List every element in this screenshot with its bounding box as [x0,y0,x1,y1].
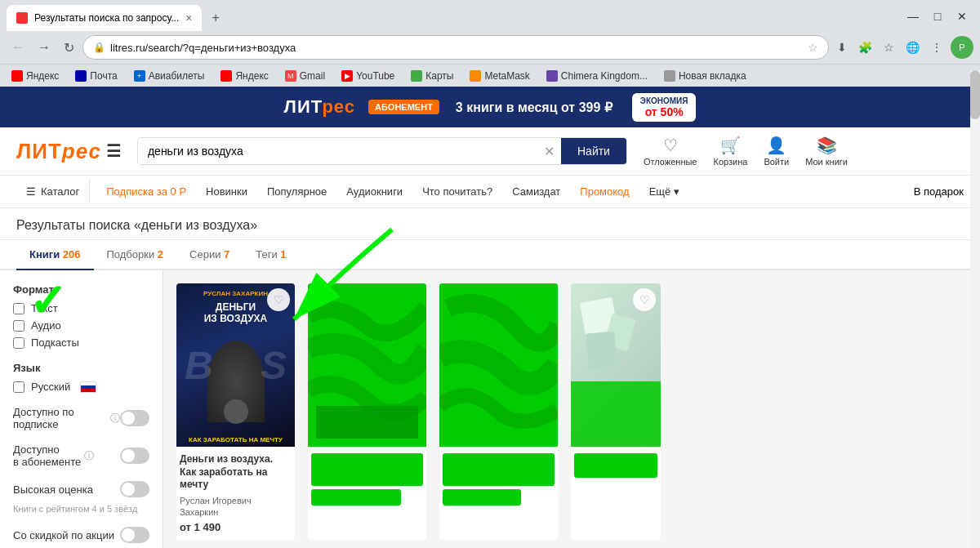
nav-audio[interactable]: Аудиокниги [336,179,412,204]
scrollbar-thumb[interactable] [970,70,980,119]
tab-favicon [16,12,28,24]
bookmark-metamask[interactable]: MetaMask [465,69,534,83]
forward-button[interactable]: → [33,37,56,58]
bookmark-maps[interactable]: Карты [406,69,458,83]
nav-popular[interactable]: Популярное [257,179,336,204]
search-title-prefix: Результаты поиска « [16,218,141,232]
new-tab-button[interactable]: + [205,5,225,31]
nav-new[interactable]: Новинки [196,179,257,204]
bookmark-youtube[interactable]: ▶ YouTube [336,69,399,83]
nav-samizdat[interactable]: Самиздат [502,179,570,204]
filter-russian-checkbox[interactable] [13,381,24,393]
language-filter-section: Язык Русский [13,362,149,393]
nav-what-to-read[interactable]: Что почитать? [412,179,502,204]
bookmarks-bar: Яндекс Почта + Авиабилеты Яндекс M Gmail… [0,64,980,87]
nav-right[interactable]: В подарок [914,185,964,198]
site-header: ЛИТрес ☰ ✕ Найти ♡ Отложенные 🛒 Корзина [0,127,980,176]
book-info-3 [439,447,558,512]
search-button[interactable]: Найти [561,138,626,164]
nav-subscription[interactable]: Подписка за 0 Р [96,179,196,204]
tab-series[interactable]: Серии 7 [176,240,243,270]
subscription-toggle-section: Доступно по подписке ⓘ [13,406,149,430]
top-banner[interactable]: ЛИТрес АБОНЕМЕНТ 3 книги в месяц от 399 … [0,87,980,127]
banner-logo: ЛИТрес [284,96,355,118]
catalog-icon: ☰ [26,185,36,198]
sidebar-filters: Формат Текст Аудио Подкасты Язык [0,270,163,548]
wishlist-label: Отложенные [644,157,697,167]
back-button[interactable]: ← [7,37,29,58]
search-results-title: Результаты поиска «деньги из воздуха» [16,218,964,233]
tab-collections[interactable]: Подборки 2 [94,240,177,270]
wishlist-btn-1[interactable]: ♡ [267,288,290,311]
main-area: Формат Текст Аудио Подкасты Язык [0,270,980,548]
site-logo[interactable]: ЛИТрес ☰ [16,139,121,164]
bookmark-chimera[interactable]: Chimera Kingdom... [541,69,653,83]
banner-economy-box: ЭКОНОМИЯ от 50% [632,93,697,122]
filter-text-checkbox[interactable] [13,303,24,314]
sale-toggle-row: Со скидкой по акции [13,527,149,543]
book-card-1[interactable]: РУСЛАН ЗАХАРКИН ДЕНЬГИИЗ ВОЗДУХА КАК ЗАР… [176,283,295,540]
filter-russian[interactable]: Русский [13,381,149,393]
catalog-nav[interactable]: ☰ Каталог [16,179,90,204]
search-clear-button[interactable]: ✕ [537,138,561,164]
header-action-cart[interactable]: 🛒 Корзина [713,136,747,167]
nav-more[interactable]: Ещё ▾ [639,179,689,204]
book-title-scribble-4 [574,453,657,478]
cart-label: Корзина [713,157,747,167]
refresh-button[interactable]: ↻ [59,37,79,59]
bookmark-avia[interactable]: + Авиабилеты [129,69,210,83]
download-icon[interactable]: ⬇ [832,38,852,57]
globe-icon[interactable]: 🌐 [901,38,924,57]
books-area: ✓ РУСЛАН ЗАХАРКИН ДЕНЬГИ [163,270,980,548]
tab-tags[interactable]: Теги 1 [243,240,299,270]
scribble-3 [439,283,558,447]
address-bar[interactable]: 🔒 litres.ru/search/?q=деньги+из+воздуха … [82,35,829,60]
address-star[interactable]: ☆ [808,41,818,54]
page-wrapper: Результаты поиска по запросу... × + — □ … [0,0,980,548]
bookmark-yandex2[interactable]: Яндекс [216,69,273,83]
book-card-4[interactable]: ♡ [571,283,661,540]
nav-promo[interactable]: Промокод [570,179,639,204]
book-info-4 [571,447,661,484]
browser-tab-active[interactable]: Результаты поиска по запросу... × [7,5,202,31]
extensions-icon[interactable]: 🧩 [853,38,877,57]
bookmark-gmail[interactable]: M Gmail [280,69,330,83]
sale-toggle-section: Со скидкой по акции [13,527,149,543]
wishlist-btn-4[interactable]: ♡ [633,288,656,311]
book-card-3[interactable] [439,283,558,540]
subscription-toggle[interactable] [120,410,149,426]
books-count: 206 [63,248,81,261]
close-button[interactable]: ✕ [951,5,973,28]
minimize-button[interactable]: — [902,5,924,28]
page-scrollbar[interactable] [970,70,980,548]
bookmark-pochta-label: Почта [90,70,117,82]
tab-close-btn[interactable]: × [185,11,192,25]
bookmark-star-icon[interactable]: ☆ [879,38,899,57]
profile-button[interactable]: P [951,36,973,59]
tab-books[interactable]: Книги 206 [16,240,94,270]
abonement-info-icon[interactable]: ⓘ [84,449,94,463]
sale-toggle[interactable] [120,527,149,543]
header-action-login[interactable]: 👤 Войти [764,136,789,167]
bookmark-pochta[interactable]: Почта [70,69,122,83]
rating-toggle[interactable] [120,481,149,497]
bookmark-yandex[interactable]: Яндекс [7,69,64,83]
header-actions: ♡ Отложенные 🛒 Корзина 👤 Войти 📚 Мои кни… [644,136,848,167]
filter-audio-checkbox[interactable] [13,320,24,332]
search-input[interactable] [138,138,537,164]
abonement-toggle[interactable] [120,448,149,464]
menu-icon[interactable]: ⋮ [926,38,947,57]
subscription-info-icon[interactable]: ⓘ [110,412,120,425]
filter-podcasts-checkbox[interactable] [13,337,24,349]
maximize-button[interactable]: □ [926,5,949,28]
filter-podcasts[interactable]: Подкасты [13,336,149,349]
bookmark-newtab[interactable]: Новая вкладка [659,69,751,83]
header-action-wishlist[interactable]: ♡ Отложенные [644,136,697,167]
cart-icon: 🛒 [720,136,741,155]
book-card-2[interactable] [308,283,426,540]
catalog-label: Каталог [41,185,79,198]
bookmark-chimera-label: Chimera Kingdom... [561,70,648,82]
header-action-mybooks[interactable]: 📚 Мои книги [805,136,848,167]
rating-toggle-section: Высокая оценка Книги с рейтингом 4 и 5 з… [13,481,149,514]
cover1-bg-s: S [261,343,287,388]
